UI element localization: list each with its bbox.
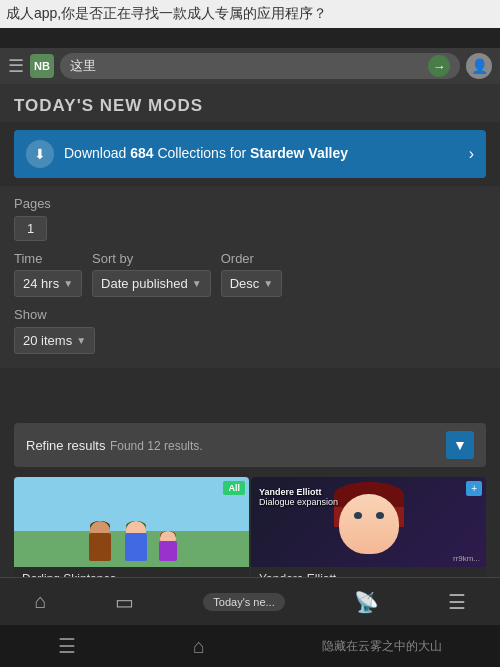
more-icon: ☰ — [448, 590, 466, 614]
sys-home-button[interactable]: ⌂ — [193, 635, 205, 658]
order-arrow-icon: ▼ — [263, 278, 273, 289]
refine-text: Refine results Found 12 results. — [26, 436, 203, 454]
browser-favicon: NB — [30, 54, 54, 78]
mod-title-bar-yandere: Yandere Elliott... — [251, 567, 486, 577]
pixel-char-1 — [86, 521, 114, 561]
time-select[interactable]: 24 hrs ▼ — [14, 270, 82, 297]
mod-card-darling[interactable]: All Darling Skintones — [14, 477, 249, 577]
order-label: Order — [221, 251, 283, 266]
time-label: Time — [14, 251, 82, 266]
download-chevron-icon: › — [469, 145, 474, 163]
show-arrow-icon: ▼ — [76, 335, 86, 346]
nav-today[interactable]: Today's ne... — [195, 589, 292, 615]
show-section: Show 20 items ▼ — [14, 307, 486, 354]
feed-icon: 📡 — [354, 590, 379, 614]
adult-app-overlay: 成人app,你是否正在寻找一款成人专属的应用程序？ — [0, 0, 500, 28]
nav-more[interactable]: ☰ — [440, 586, 474, 618]
section-header: TODAY'S NEW MODS — [0, 84, 500, 122]
mod-badge-all: All — [223, 481, 245, 495]
page-1-button[interactable]: 1 — [14, 216, 47, 241]
pixel-char-3 — [158, 531, 178, 561]
mod-card-yandere[interactable]: + Yandere Elliott Dialogue expansion rr9… — [251, 477, 486, 577]
time-filter-group: Time 24 hrs ▼ — [14, 251, 82, 297]
sort-filter-group: Sort by Date published ▼ — [92, 251, 211, 297]
pages-section: Pages 1 — [14, 196, 486, 241]
show-select[interactable]: 20 items ▼ — [14, 327, 95, 354]
download-icon: ⬇ — [26, 140, 54, 168]
nav-today-tab[interactable]: Today's ne... — [203, 593, 284, 611]
sys-back-button[interactable]: ☰ — [58, 634, 76, 658]
download-banner[interactable]: ⬇ Download 684 Collections for Stardew V… — [14, 130, 486, 178]
home-icon: ⌂ — [34, 590, 46, 613]
mod-title-bar-darling: Darling Skintones — [14, 567, 249, 577]
mod-badge-plus: + — [466, 481, 482, 496]
sys-watermark: 隐藏在云雾之中的大山 — [322, 638, 442, 655]
library-icon: ▭ — [115, 590, 134, 614]
time-arrow-icon: ▼ — [63, 278, 73, 289]
overlay-text: 成人app,你是否正在寻找一款成人专属的应用程序？ — [6, 5, 327, 21]
main-content: TODAY'S NEW MODS ⬇ Download 684 Collecti… — [0, 84, 500, 577]
download-text: Download 684 Collections for Stardew Val… — [64, 144, 459, 164]
nav-library[interactable]: ▭ — [107, 586, 142, 618]
system-nav: ☰ ⌂ 隐藏在云雾之中的大山 — [0, 625, 500, 667]
pixel-char-2 — [122, 521, 150, 561]
browser-go-button[interactable]: → — [428, 55, 450, 77]
refine-chevron-icon[interactable]: ▼ — [446, 431, 474, 459]
browser-menu-icon[interactable]: ☰ — [8, 55, 24, 77]
browser-avatar[interactable]: 👤 — [466, 53, 492, 79]
mod-image-yandere: + Yandere Elliott Dialogue expansion rr9… — [251, 477, 486, 567]
section-title: TODAY'S NEW MODS — [14, 96, 486, 116]
sort-label: Sort by — [92, 251, 211, 266]
mod-image-darling: All — [14, 477, 249, 567]
controls-area: Pages 1 Time 24 hrs ▼ Sort by Date publi… — [0, 186, 500, 368]
pages-label: Pages — [14, 196, 486, 211]
browser-chrome: ☰ NB 这里 → 👤 — [0, 48, 500, 84]
mod-grid: All Darling Skintones + Yander — [0, 477, 500, 577]
refine-results-bar[interactable]: Refine results Found 12 results. ▼ — [14, 423, 486, 467]
sort-arrow-icon: ▼ — [192, 278, 202, 289]
nav-home[interactable]: ⌂ — [26, 586, 54, 617]
sort-select[interactable]: Date published ▼ — [92, 270, 211, 297]
show-label: Show — [14, 307, 486, 322]
bottom-nav: ⌂ ▭ Today's ne... 📡 ☰ — [0, 577, 500, 625]
order-select[interactable]: Desc ▼ — [221, 270, 283, 297]
browser-url-bar[interactable]: 这里 → — [60, 53, 460, 79]
url-text: 这里 — [70, 57, 424, 75]
nav-feed[interactable]: 📡 — [346, 586, 387, 618]
order-filter-group: Order Desc ▼ — [221, 251, 283, 297]
filter-row: Time 24 hrs ▼ Sort by Date published ▼ O… — [14, 251, 486, 297]
